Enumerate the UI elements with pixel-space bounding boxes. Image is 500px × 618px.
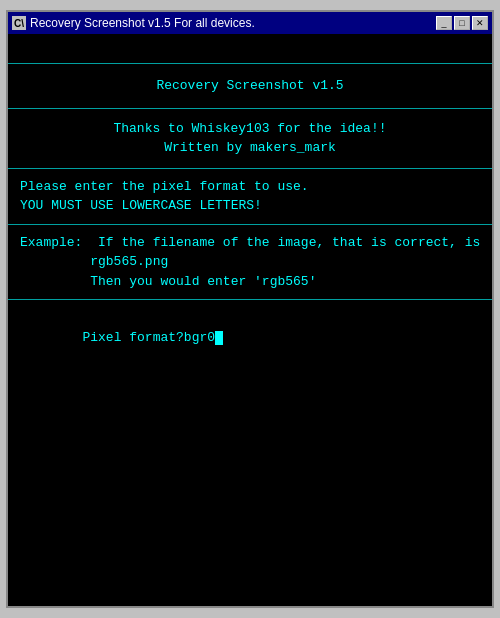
prompt-section: Please enter the pixel format to use. YO… — [8, 169, 492, 225]
main-window: C\ Recovery Screenshot v1.5 For all devi… — [6, 10, 494, 608]
terminal-content: Recovery Screenshot v1.5 Thanks to Whisk… — [8, 34, 492, 606]
input-section[interactable]: Pixel format?bgr0 — [8, 300, 492, 375]
credits-line1: Thanks to Whiskey103 for the idea!! — [20, 119, 480, 139]
example-then: Then you would enter 'rgb565' — [90, 274, 316, 289]
credits-section: Thanks to Whiskey103 for the idea!! Writ… — [8, 109, 492, 169]
example-line2: rgb565.png — [20, 252, 480, 272]
title-section: Recovery Screenshot v1.5 — [8, 64, 492, 109]
app-title-line: Recovery Screenshot v1.5 — [20, 76, 480, 96]
example-line1: Example: If the filename of the image, t… — [20, 233, 480, 253]
prompt-line1: Please enter the pixel format to use. — [20, 177, 480, 197]
title-bar: C\ Recovery Screenshot v1.5 For all devi… — [8, 12, 492, 34]
title-bar-left: C\ Recovery Screenshot v1.5 For all devi… — [12, 16, 255, 30]
close-button[interactable]: ✕ — [472, 16, 488, 30]
example-file: rgb565.png — [90, 254, 168, 269]
window-controls: _ □ ✕ — [436, 16, 488, 30]
example-label: Example: — [20, 235, 82, 250]
top-spacer — [8, 34, 492, 64]
cursor-indicator — [215, 331, 223, 345]
example-section: Example: If the filename of the image, t… — [8, 225, 492, 301]
prompt-line2: YOU MUST USE LOWERCASE LETTERS! — [20, 196, 480, 216]
window-icon: C\ — [12, 16, 26, 30]
example-line3: Then you would enter 'rgb565' — [20, 272, 480, 292]
input-prompt-text: Pixel format?bgr0 — [82, 330, 215, 345]
example-text: If the filename of the image, that is co… — [98, 235, 480, 250]
maximize-button[interactable]: □ — [454, 16, 470, 30]
example-space — [82, 235, 98, 250]
minimize-button[interactable]: _ — [436, 16, 452, 30]
window-title: Recovery Screenshot v1.5 For all devices… — [30, 16, 255, 30]
credits-line2: Written by makers_mark — [20, 138, 480, 158]
input-line: Pixel format?bgr0 — [20, 308, 480, 367]
